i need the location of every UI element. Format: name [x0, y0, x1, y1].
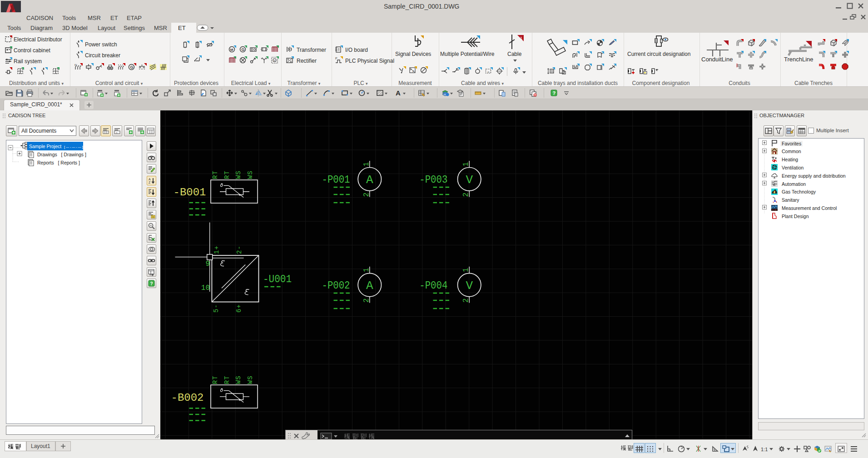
svg-text:-P002: -P002	[322, 280, 350, 292]
svg-text:P: P	[412, 70, 414, 73]
svg-text:WS: WS	[247, 375, 254, 384]
svg-text:G: G	[130, 65, 133, 70]
svg-text:1: 1	[362, 162, 371, 167]
svg-text:2: 2	[362, 193, 371, 197]
svg-text:1: 1	[462, 268, 470, 272]
svg-text:1:1: 1:1	[761, 447, 768, 452]
svg-text:2-: 2-	[236, 245, 243, 254]
svg-text:n: n	[116, 131, 117, 134]
svg-text:RT: RT	[212, 170, 219, 179]
svg-text:V: V	[466, 173, 473, 187]
svg-text:!: !	[829, 449, 830, 453]
svg-text:V: V	[466, 279, 473, 293]
svg-text:A: A	[366, 173, 373, 187]
svg-text:A: A	[149, 178, 151, 181]
svg-text:WS: WS	[235, 170, 242, 179]
svg-text:-P003: -P003	[419, 174, 447, 186]
svg-text:2: 2	[462, 298, 470, 303]
svg-text:A: A	[396, 89, 401, 97]
svg-text:1+: 1+	[213, 245, 220, 254]
svg-text:5-: 5-	[213, 304, 220, 313]
svg-text:2: 2	[462, 193, 470, 197]
svg-text:-U001: -U001	[263, 274, 292, 285]
svg-text:WS: WS	[235, 375, 242, 384]
svg-text:-B001: -B001	[174, 187, 206, 199]
svg-text:-P004: -P004	[419, 280, 447, 292]
svg-text:P: P	[335, 57, 337, 60]
svg-text:A: A	[366, 279, 373, 293]
svg-text:?: ?	[150, 281, 153, 286]
svg-text:10: 10	[201, 284, 210, 292]
svg-text:G: G	[241, 47, 244, 52]
svg-text:WS: WS	[247, 170, 254, 179]
svg-text:Z: Z	[149, 181, 151, 184]
svg-text:RT: RT	[223, 170, 231, 179]
svg-text:2: 2	[362, 298, 371, 303]
svg-text:1: 1	[362, 268, 371, 272]
svg-text:1: 1	[462, 162, 470, 167]
svg-text:o: o	[488, 70, 490, 73]
svg-text:9: 9	[205, 260, 210, 268]
svg-text:RT: RT	[223, 375, 231, 384]
svg-text:6+: 6+	[235, 304, 243, 313]
svg-text:RT: RT	[212, 375, 219, 384]
svg-text:-P001: -P001	[322, 174, 350, 186]
svg-text:1: 1	[520, 36, 522, 40]
svg-text:?: ?	[553, 90, 556, 96]
svg-text:M: M	[230, 48, 233, 52]
svg-text:-B002: -B002	[171, 392, 204, 404]
